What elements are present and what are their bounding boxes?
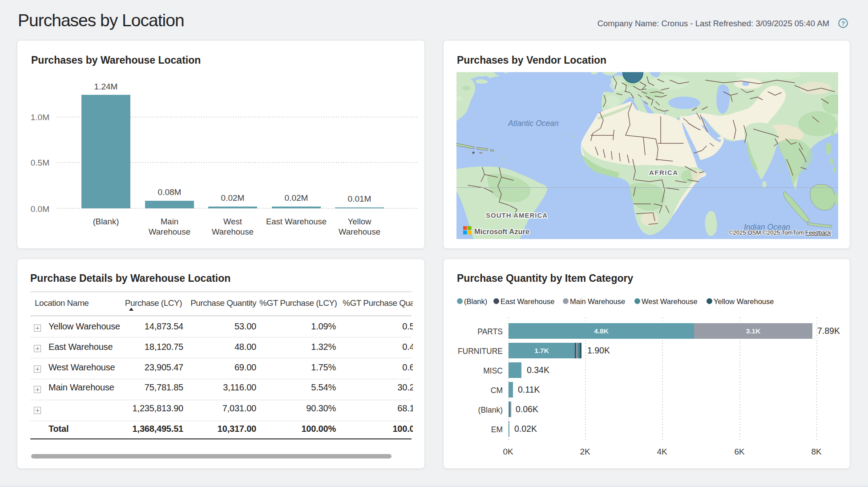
- svg-text:©2025 OSM ©2025 TomTom Feedb: ©2025 OSM ©2025 TomTom Feedback: [729, 229, 832, 236]
- svg-text:Atlantic Ocean: Atlantic Ocean: [508, 119, 559, 128]
- svg-text:SOUTH AMERICA: SOUTH AMERICA: [486, 211, 548, 219]
- svg-text:Microsoft Azure: Microsoft Azure: [474, 227, 529, 235]
- svg-text:AFRICA: AFRICA: [649, 169, 678, 176]
- svg-text:?: ?: [841, 20, 845, 27]
